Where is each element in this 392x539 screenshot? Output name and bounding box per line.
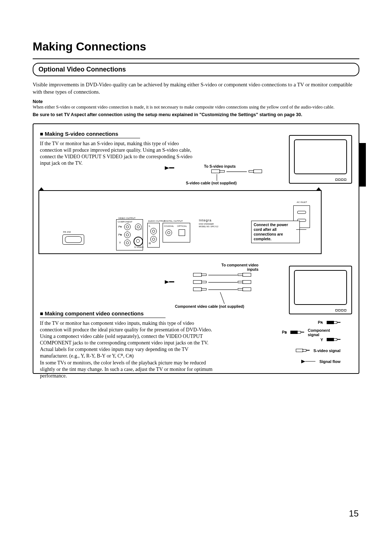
legend-signal-flow: Signal flow [319, 359, 340, 364]
svideo-heading: Making S-video connections [40, 131, 140, 138]
label-rs232: RS 232 [63, 231, 71, 233]
note-label: Note [33, 99, 359, 104]
diagram-frame: Making S-video connections If the TV or … [33, 123, 359, 374]
component-wire-1 [208, 275, 237, 275]
legend-component-signal: Component signal [308, 328, 340, 337]
page-edge-tab [359, 143, 366, 187]
legend-pr: Pʀ [317, 320, 323, 325]
svideo-plug-right [248, 170, 262, 173]
tv-illustration-bottom [289, 266, 352, 314]
component-paragraph: If the TV or monitor has component video… [40, 320, 214, 380]
component-wire-2 [208, 282, 237, 283]
rs232-port [62, 234, 84, 245]
pointer-to-component-label [220, 292, 225, 303]
label-y: Y [119, 241, 121, 244]
intro-paragraph: Visible improvements in DVD-Video qualit… [33, 81, 359, 95]
page-title: Making Connections [33, 40, 359, 53]
component-plug-l1 [193, 273, 208, 277]
label-coaxial: COAXIAL [164, 225, 174, 227]
component-plug-r3 [237, 287, 251, 291]
jack-pb [124, 232, 131, 238]
label-r: R [149, 242, 151, 245]
svideo-paragraph: If the TV or monitor has an S-video inpu… [40, 140, 196, 167]
callout-leader [296, 229, 306, 230]
brand-name: Integra [199, 219, 212, 222]
legend-svideo-signal: S-video signal [313, 348, 340, 353]
legend-signal-flow-icon [301, 360, 316, 363]
legend-pb: Pʙ [280, 330, 287, 335]
label-pr: Pʀ [118, 225, 122, 228]
brand-sub1: DVD CHANGER [199, 223, 214, 225]
callout-power: Connect the power cord after all connect… [251, 221, 300, 244]
label-component-cable: Component video cable (not supplied) [175, 304, 244, 309]
note-body: When either S-video or component video c… [33, 104, 359, 110]
jack-y [124, 240, 131, 246]
label-digital-output: DIGITAL OUTPUT [164, 220, 183, 222]
legend-plug-y [327, 338, 340, 341]
label-to-svideo-inputs: To S-video inputs [204, 164, 236, 168]
jack-coaxial [166, 229, 172, 236]
jack-optical [179, 229, 185, 236]
signal-arrow-top [165, 166, 174, 170]
jack-pr [124, 224, 131, 230]
label-l: L [149, 224, 150, 228]
component-plug-r2 [237, 280, 251, 284]
svideo-plug-left [211, 170, 226, 173]
brand-sub2: MODEL NO. DPC-5.2 [199, 225, 218, 228]
section-title: Optional Video Connections [33, 63, 359, 76]
legend-y: Y [317, 338, 323, 342]
tv-illustration-top [289, 135, 352, 184]
svideo-cable-wire [226, 171, 247, 172]
legend-plug-pb [290, 331, 304, 334]
jack-audio-r [150, 236, 157, 242]
component-plug-l3 [193, 287, 208, 291]
component-wire-3 [208, 289, 237, 290]
label-optical: OPTICAL [177, 225, 187, 227]
label-to-component-inputs: To component video inputs [219, 263, 258, 271]
component-plug-r1 [237, 273, 251, 277]
jack-video [135, 224, 142, 230]
page-number: 15 [349, 509, 359, 519]
note-bold: Be sure to set TV Aspect after connectio… [33, 112, 359, 118]
label-pb: Pʙ [118, 233, 122, 236]
signal-arrow-bottom [165, 280, 174, 284]
label-audio-output: AUDIO OUTPUT [148, 220, 166, 222]
label-svideo-cable: S-video cable (not supplied) [186, 181, 237, 185]
legend-plug-pr [327, 321, 340, 324]
jack-audio-l [150, 228, 157, 234]
pointer-to-svideo-label [217, 174, 217, 181]
legend-plug-svideo [296, 349, 310, 352]
jack-svideo [134, 237, 143, 246]
component-heading: Making component video connections [40, 310, 166, 318]
label-svideo: S VIDEO [134, 246, 144, 248]
label-ac-inlet: AC INLET [297, 201, 307, 203]
component-plug-l2 [193, 280, 208, 284]
horizontal-rule [33, 58, 359, 59]
